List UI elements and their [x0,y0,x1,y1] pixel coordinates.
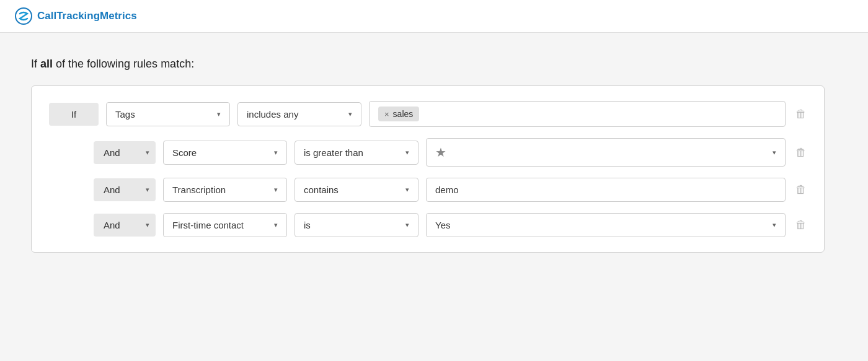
logo-area: CallTrackingMetrics [15,7,137,25]
score-field-dropdown[interactable]: Score ▾ [163,141,287,165]
contains-chevron-icon: ▾ [405,186,409,194]
condition-label-and-3[interactable]: And ▾ [94,178,156,201]
and-chevron-icon-3: ▾ [146,186,149,194]
transcription-field-label: Transcription [172,185,226,195]
tags-field-dropdown[interactable]: Tags ▾ [106,102,230,126]
first-time-contact-field-dropdown[interactable]: First-time contact ▾ [163,213,287,237]
main-content: If all of the following rules match: If … [0,33,868,361]
and-label-3: And [104,185,120,195]
row-3-delete-icon[interactable]: 🗑 [795,183,807,196]
star-value-chevron-icon: ▾ [773,149,776,157]
star-value-dropdown[interactable]: ★ ▾ [426,138,786,167]
top-bar: CallTrackingMetrics [0,0,868,33]
tags-value-input[interactable]: × sales [369,101,786,127]
score-field-chevron-icon: ▾ [274,149,278,157]
rules-header: If all of the following rules match: [31,58,837,71]
condition-label-and-4[interactable]: And ▾ [94,214,156,237]
greater-than-operator-dropdown[interactable]: is greater than ▾ [294,141,418,165]
score-field-label: Score [172,147,197,158]
row-2-delete-icon[interactable]: 🗑 [795,146,807,159]
rule-row-3: And ▾ Transcription ▾ contains ▾ 🗑 [49,178,807,202]
and-label-2: And [104,147,120,158]
logo-icon [15,7,32,25]
first-time-contact-field-chevron-icon: ▾ [274,221,278,229]
first-time-contact-field-label: First-time contact [172,220,244,230]
is-operator-dropdown[interactable]: is ▾ [294,213,418,237]
sales-tag-badge: × sales [378,107,419,121]
tags-field-label: Tags [115,109,135,120]
greater-than-operator-label: is greater than [304,147,363,158]
condition-label-and-2[interactable]: And ▾ [94,141,156,164]
demo-text-input[interactable] [426,178,786,202]
is-operator-label: is [304,220,311,230]
includes-any-operator-chevron-icon: ▾ [348,110,352,118]
sales-tag-label: sales [393,109,414,119]
and-chevron-icon-4: ▾ [146,221,149,229]
and-chevron-icon-2: ▾ [146,149,149,157]
transcription-field-dropdown[interactable]: Transcription ▾ [163,178,287,202]
rule-row-1: If Tags ▾ includes any ▾ × sales 🗑 [49,101,807,127]
star-icon: ★ [435,145,446,160]
contains-operator-dropdown[interactable]: contains ▾ [294,178,418,202]
condition-label-if: If [49,103,99,126]
is-operator-chevron-icon: ▾ [405,221,409,229]
row-4-delete-icon[interactable]: 🗑 [795,219,807,232]
header-bold: all [40,58,53,70]
includes-any-operator-label: includes any [247,109,298,120]
row-1-delete-icon[interactable]: 🗑 [795,108,807,121]
tag-remove-icon[interactable]: × [384,110,389,119]
header-suffix: of the following rules match: [53,58,194,70]
rules-container: If Tags ▾ includes any ▾ × sales 🗑 [31,85,825,253]
rule-row-2: And ▾ Score ▾ is greater than ▾ ★ ▾ 🗑 [49,138,807,167]
yes-value-dropdown[interactable]: Yes ▾ [426,213,786,237]
tags-field-chevron-icon: ▾ [217,110,221,118]
transcription-field-chevron-icon: ▾ [274,186,278,194]
contains-operator-label: contains [304,185,339,195]
yes-value-chevron-icon: ▾ [773,221,776,229]
rule-row-4: And ▾ First-time contact ▾ is ▾ Yes ▾ 🗑 [49,213,807,237]
and-label-4: And [104,220,120,230]
logo-text: CallTrackingMetrics [37,10,137,22]
greater-than-chevron-icon: ▾ [405,149,409,157]
includes-any-operator-dropdown[interactable]: includes any ▾ [237,102,361,126]
header-prefix: If [31,58,40,70]
yes-value-label: Yes [435,220,450,230]
